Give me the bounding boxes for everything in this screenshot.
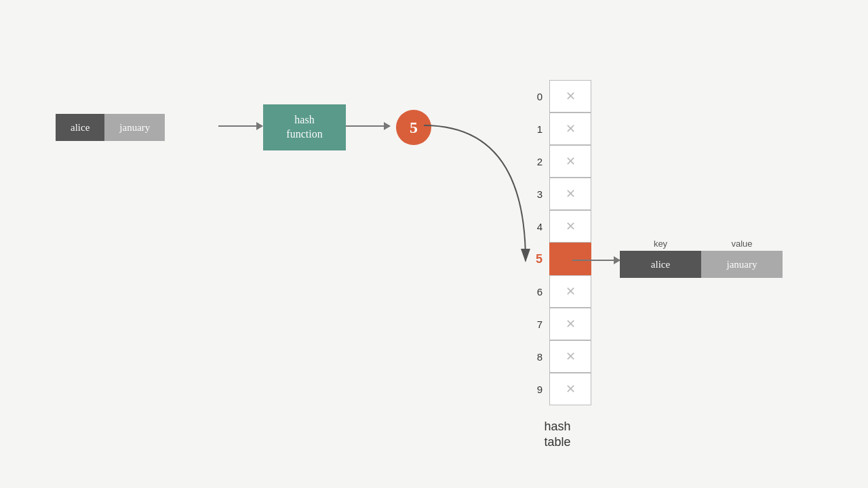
table-row: 2✕: [524, 145, 591, 178]
row-index: 3: [524, 188, 542, 200]
table-row: 7✕: [524, 308, 591, 340]
table-row: 0✕: [524, 80, 591, 113]
table-row: 8✕: [524, 340, 591, 373]
hash-result-value: 5: [410, 119, 418, 137]
arrow-row-to-output: [572, 260, 620, 261]
output-value-header: value: [701, 239, 783, 249]
output-value: january: [701, 251, 783, 278]
row-index: 2: [524, 156, 542, 167]
row-index: 9: [524, 384, 542, 395]
row-index: 4: [524, 221, 542, 232]
row-index: 5: [524, 252, 542, 266]
row-index: 6: [524, 286, 542, 298]
row-cell: ✕: [549, 113, 591, 145]
row-cell: ✕: [549, 80, 591, 113]
output-key-header: key: [620, 239, 701, 249]
table-row: 9✕: [524, 373, 591, 405]
arrow-input-to-hash: [218, 125, 262, 127]
input-pair: alice january: [56, 114, 165, 141]
table-row: 5: [524, 243, 591, 275]
row-index: 8: [524, 351, 542, 363]
input-key: alice: [56, 114, 104, 141]
row-cell: ✕: [549, 308, 591, 340]
row-index: 1: [524, 123, 542, 135]
row-index: 7: [524, 319, 542, 330]
row-cell: ✕: [549, 275, 591, 308]
arrow-hash-to-circle: [346, 125, 390, 127]
row-cell: [549, 243, 591, 275]
hash-table-label: hashtable: [524, 419, 591, 451]
row-cell: ✕: [549, 340, 591, 373]
hash-function-box: hashfunction: [263, 104, 346, 150]
table-row: 4✕: [524, 210, 591, 243]
table-row: 6✕: [524, 275, 591, 308]
hash-function-label: hashfunction: [286, 113, 322, 142]
row-index: 0: [524, 91, 542, 102]
row-cell: ✕: [549, 210, 591, 243]
output-key: alice: [620, 251, 701, 278]
table-row: 1✕: [524, 113, 591, 145]
row-cell: ✕: [549, 178, 591, 210]
hash-table: 0✕1✕2✕3✕4✕56✕7✕8✕9✕: [524, 80, 591, 405]
table-row: 3✕: [524, 178, 591, 210]
output-pair: alice january: [620, 251, 783, 278]
row-cell: ✕: [549, 373, 591, 405]
hash-result-circle: 5: [396, 110, 431, 145]
diagram: alice january hashfunction 5 0✕1✕2✕3✕4✕5…: [0, 0, 868, 488]
row-cell: ✕: [549, 145, 591, 178]
input-value: january: [104, 114, 165, 141]
output-header: key value: [620, 239, 783, 249]
